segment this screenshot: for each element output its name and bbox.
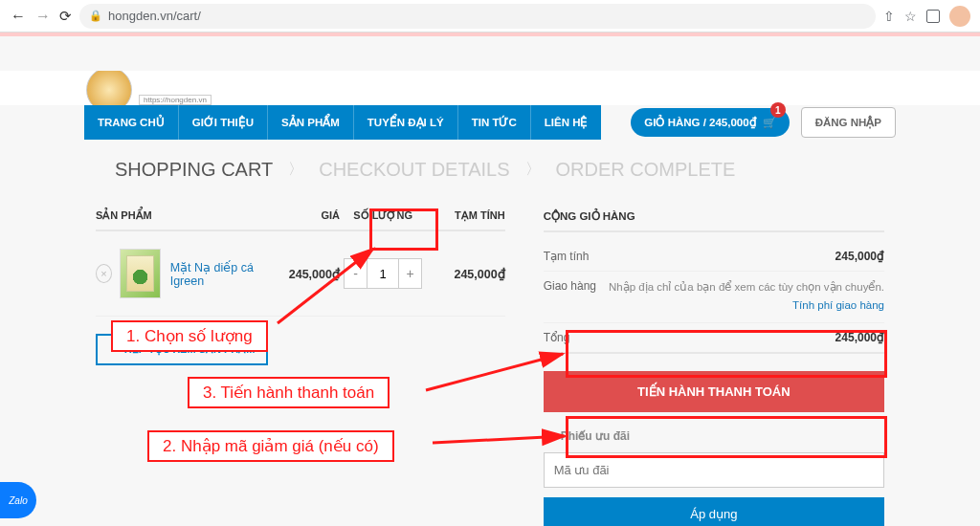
- table-row: × Mặt Nạ diếp cá Igreen 245,000₫ - + 245…: [96, 231, 505, 317]
- url-text: hongden.vn/cart/: [108, 9, 201, 23]
- col-price: GIÁ: [269, 209, 340, 222]
- product-thumb[interactable]: [120, 249, 161, 298]
- zalo-fab[interactable]: Zalo: [0, 482, 36, 518]
- cart-icon: 🛒: [763, 116, 776, 129]
- qty-minus-button[interactable]: -: [345, 259, 368, 288]
- chat-icon: Zalo: [9, 495, 27, 506]
- continue-shopping-button[interactable]: ← TIẾP TỤC XEM SẢN PHẨM: [96, 334, 268, 365]
- cart-badge: 1: [770, 102, 786, 118]
- url-bar[interactable]: 🔒 hongden.vn/cart/: [79, 4, 876, 29]
- reload-icon[interactable]: ⟳: [59, 8, 72, 25]
- profile-avatar[interactable]: [949, 6, 970, 27]
- cart-table: SẢN PHẨM GIÁ SỐ LƯỢNG TẠM TÍNH × Mặt Nạ …: [96, 209, 505, 526]
- main-menu: TRANG CHỦ GIỚI THIỆU SẢN PHẨM TUYỂN ĐẠI …: [84, 105, 601, 140]
- back-icon[interactable]: ←: [10, 8, 27, 25]
- qty-plus-button[interactable]: +: [398, 259, 421, 288]
- menu-agents[interactable]: TUYỂN ĐẠI LÝ: [353, 105, 457, 140]
- subtotal-value: 245,000₫: [835, 250, 884, 263]
- product-name[interactable]: Mặt Nạ diếp cá Igreen: [170, 260, 269, 288]
- lock-icon: 🔒: [89, 10, 102, 22]
- browser-chrome: ← → ⟳ 🔒 hongden.vn/cart/ ⇧ ☆: [0, 0, 980, 33]
- qty-input[interactable]: [368, 259, 398, 288]
- chevron-right-icon: 〉: [525, 160, 541, 180]
- menu-contact[interactable]: LIÊN HỆ: [530, 105, 602, 140]
- shipping-text: Nhập địa chỉ của bạn để xem các tùy chọn…: [609, 281, 884, 293]
- warning-bar: [0, 33, 980, 36]
- cart-summary: CỘNG GIỎ HÀNG Tạm tính 245,000₫ Giao hàn…: [544, 209, 884, 526]
- menu-products[interactable]: SẢN PHẨM: [267, 105, 353, 140]
- apply-coupon-button[interactable]: Áp dụng: [544, 497, 884, 527]
- col-qty: SỐ LƯỢNG: [340, 209, 426, 222]
- menu-news[interactable]: TIN TỨC: [457, 105, 530, 140]
- extension-icon[interactable]: [926, 10, 940, 23]
- share-icon[interactable]: ⇧: [883, 9, 895, 24]
- col-subtotal: TẠM TÍNH: [426, 209, 504, 222]
- coupon-input[interactable]: [544, 452, 884, 488]
- menu-home[interactable]: TRANG CHỦ: [84, 105, 178, 140]
- item-subtotal: 245,000₫: [426, 267, 504, 281]
- item-price: 245,000₫: [269, 267, 340, 281]
- chevron-right-icon: 〉: [288, 160, 303, 180]
- step-checkout: CHECKOUT DETAILS: [319, 159, 509, 181]
- cart-button[interactable]: GIỎ HÀNG / 245,000₫ 🛒 1: [631, 108, 789, 137]
- total-label: Tổng: [544, 331, 570, 344]
- star-icon[interactable]: ☆: [904, 9, 917, 24]
- calc-shipping-link[interactable]: Tính phí giao hàng: [609, 297, 884, 314]
- cart-label: GIỎ HÀNG / 245,000₫: [644, 116, 756, 129]
- login-button[interactable]: ĐĂNG NHẬP: [801, 107, 896, 138]
- remove-item-button[interactable]: ×: [96, 264, 112, 283]
- shipping-label: Giao hàng: [544, 279, 596, 293]
- checkout-steps: SHOPPING CART 〉 CHECKOUT DETAILS 〉 ORDER…: [115, 159, 980, 181]
- mini-url: https://hongden.vn: [139, 95, 212, 105]
- total-value: 245,000₫: [835, 331, 884, 344]
- summary-title: CỘNG GIỎ HÀNG: [544, 209, 884, 232]
- step-cart[interactable]: SHOPPING CART: [115, 159, 273, 181]
- forward-icon: →: [34, 8, 52, 25]
- subtotal-label: Tạm tính: [544, 250, 590, 263]
- checkout-button[interactable]: TIẾN HÀNH THANH TOÁN: [544, 371, 884, 412]
- menu-about[interactable]: GIỚI THIỆU: [178, 105, 267, 140]
- col-product: SẢN PHẨM: [96, 209, 269, 222]
- step-complete: ORDER COMPLETE: [556, 159, 736, 181]
- coupon-title: Phiếu ưu đãi: [561, 429, 630, 443]
- tag-icon: 🏷: [544, 429, 555, 443]
- quantity-stepper: - +: [344, 258, 422, 289]
